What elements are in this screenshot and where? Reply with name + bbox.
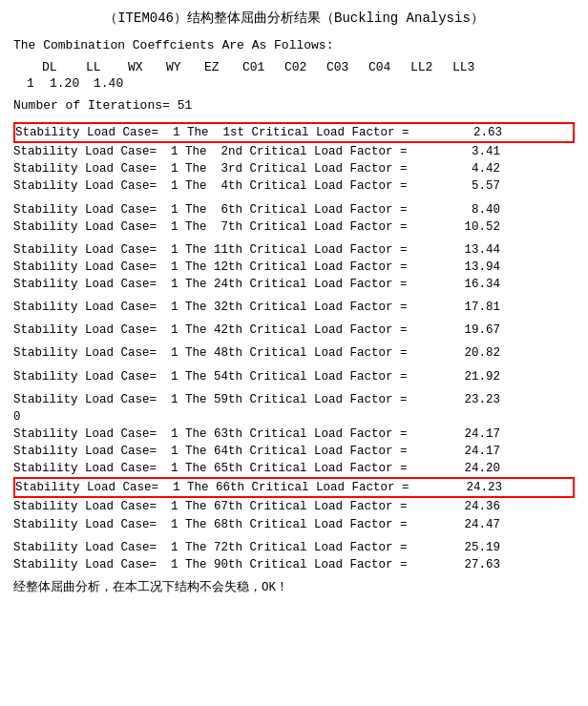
c01-label: C01 — [242, 60, 275, 74]
data-line: Stability Load Case= 1 The 7th Critical … — [13, 218, 575, 236]
c04-label: C04 — [368, 60, 401, 74]
page-title: （ITEM046）结构整体屈曲分析结果（Buckling Analysis） — [13, 10, 575, 27]
iterations-value: 51 — [178, 98, 193, 113]
data-line: Stability Load Case= 1 The 63th Critical… — [13, 426, 575, 443]
page-container: （ITEM046）结构整体屈曲分析结果（Buckling Analysis） T… — [13, 10, 575, 595]
data-line: Stability Load Case= 1 The 90th Critical… — [13, 556, 575, 573]
wy-label: WY — [166, 60, 195, 74]
highlighted-block: Stability Load Case= 1 The 1st Critical … — [13, 122, 575, 143]
ll3-label: LL3 — [452, 60, 485, 74]
iterations-label: Number of Iterations= — [13, 98, 170, 113]
data-line: Stability Load Case= 1 The 2nd Critical … — [13, 143, 575, 160]
ll2-label: LL2 — [410, 60, 443, 74]
c02-label: C02 — [284, 60, 317, 74]
dl-value: 1.20 — [50, 76, 84, 91]
data-line: Stability Load Case= 1 The 32th Critical… — [13, 299, 575, 316]
data-line: Stability Load Case= 1 The 64th Critical… — [13, 443, 575, 460]
data-line: Stability Load Case= 1 The 6th Critical … — [13, 201, 575, 218]
data-line: Stability Load Case= 1 The 4th Critical … — [13, 177, 575, 195]
dl-label: DL — [42, 60, 76, 74]
row-num: 1 — [27, 76, 40, 91]
data-line: Stability Load Case= 1 The 72th Critical… — [13, 539, 575, 556]
data-line: Stability Load Case= 1 The 11th Critical… — [13, 241, 575, 259]
data-lines-container: Stability Load Case= 1 The 1st Critical … — [13, 122, 575, 573]
data-line: Stability Load Case= 1 The 42th Critical… — [13, 322, 575, 339]
data-line: Stability Load Case= 1 The 12th Critical… — [13, 259, 575, 276]
ll-value: 1.40 — [94, 76, 126, 91]
iterations-section: Number of Iterations= 51 — [13, 98, 575, 113]
ll-label: LL — [86, 60, 118, 74]
coeff-labels-row: DL LL WX WY EZ C01 C02 C03 C04 LL2 LL3 — [13, 60, 575, 74]
data-line: Stability Load Case= 1 The 3rd Critical … — [13, 160, 575, 177]
wx-label: WX — [128, 60, 157, 74]
ez-label: EZ — [204, 60, 233, 74]
coeff-values-row: 1 1.20 1.40 — [13, 76, 575, 91]
c03-label: C03 — [326, 60, 359, 74]
data-line: Stability Load Case= 1 The 1st Critical … — [15, 126, 502, 139]
data-line: Stability Load Case= 1 The 68th Critical… — [13, 516, 575, 533]
data-line: Stability Load Case= 1 The 66th Critical… — [15, 481, 502, 494]
data-line: Stability Load Case= 1 The 59th Critical… — [13, 391, 575, 408]
data-line: Stability Load Case= 1 The 48th Critical… — [13, 344, 575, 362]
data-line: Stability Load Case= 1 The 65th Critical… — [13, 460, 575, 477]
data-line: 0 — [13, 408, 575, 426]
data-line: Stability Load Case= 1 The 24th Critical… — [13, 276, 575, 293]
intro-text: The Combination Coeffcients Are As Follo… — [13, 38, 575, 52]
data-line: Stability Load Case= 1 The 67th Critical… — [13, 498, 575, 515]
highlighted-block: Stability Load Case= 1 The 66th Critical… — [13, 477, 575, 498]
data-line: Stability Load Case= 1 The 54th Critical… — [13, 368, 575, 385]
coeff-section: DL LL WX WY EZ C01 C02 C03 C04 LL2 LL3 1… — [13, 60, 575, 91]
footer-text: 经整体屈曲分析，在本工况下结构不会失稳，OK！ — [13, 579, 575, 595]
